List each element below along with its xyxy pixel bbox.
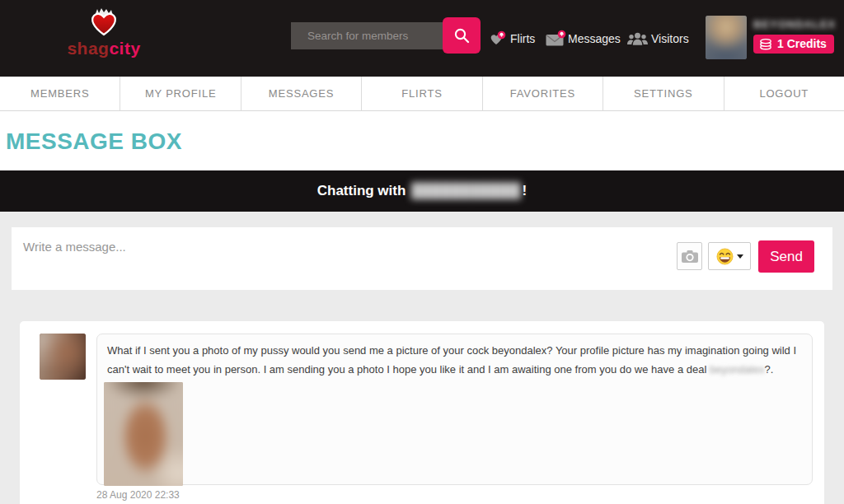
attached-photo-blurred (104, 382, 183, 486)
search-input[interactable] (291, 22, 443, 49)
envelope-bell-icon (546, 30, 565, 46)
message-thread-panel: What if I sent you a photo of my pussy w… (20, 321, 824, 504)
emoji-picker-button[interactable] (708, 242, 751, 270)
sender-avatar[interactable] (40, 334, 86, 380)
nav-item-my-profile[interactable]: MY PROFILE (120, 77, 240, 110)
sender-avatar-blurred-photo (40, 334, 86, 380)
attached-photo[interactable] (104, 382, 183, 486)
page: shagcity Flirts (0, 0, 844, 504)
header-link-messages[interactable]: Messages (546, 0, 621, 77)
chatting-with-bar: Chatting with ███████████! (0, 170, 844, 212)
nav-item-settings[interactable]: SETTINGS (603, 77, 723, 110)
username-redacted: BEYONDALEX (753, 18, 836, 30)
page-title: MESSAGE BOX (6, 128, 182, 155)
attach-photo-button[interactable] (677, 242, 702, 270)
header-link-flirts[interactable]: Flirts (490, 0, 535, 77)
message-bubble: What if I sent you a photo of my pussy w… (96, 334, 813, 485)
site-logo-text: shagcity (64, 39, 143, 58)
message-redacted-name: beyondalex (710, 363, 765, 376)
partner-name-redacted: ███████████ (411, 183, 521, 199)
heart-bell-icon (490, 31, 508, 46)
user-avatar[interactable] (706, 16, 747, 59)
nav-item-messages[interactable]: MESSAGES (241, 77, 361, 110)
send-button[interactable]: Send (758, 240, 814, 273)
chatting-with-prefix: Chatting with (317, 183, 406, 199)
site-logo[interactable]: shagcity (64, 8, 143, 58)
header-link-visitors[interactable]: Visitors (626, 0, 689, 77)
camera-icon (681, 250, 699, 264)
nav-item-favorites[interactable]: FAVORITES (482, 77, 603, 110)
chevron-down-icon (737, 254, 743, 259)
chatting-with-suffix: ! (523, 183, 528, 199)
message-text: What if I sent you a photo of my pussy w… (107, 341, 800, 379)
message-text-before: What if I sent you a photo of my pussy w… (107, 344, 796, 376)
message-text-after: ?. (764, 363, 773, 376)
flaming-heart-icon (87, 8, 121, 38)
nav-item-members[interactable]: MEMBERS (0, 77, 120, 110)
message-input[interactable] (12, 227, 663, 288)
header: shagcity Flirts (0, 0, 844, 77)
nav-item-flirts[interactable]: FLIRTS (361, 77, 481, 110)
message-timestamp: 28 Aug 2020 22:33 (96, 489, 180, 501)
compose-panel: Send (12, 227, 832, 290)
search-button[interactable] (443, 17, 481, 54)
user-avatar-blurred-photo (706, 16, 747, 59)
search-icon (453, 27, 471, 44)
header-link-visitors-label: Visitors (651, 32, 689, 45)
header-link-flirts-label: Flirts (510, 32, 535, 45)
people-icon (626, 31, 649, 46)
credits-label: 1 Credits (777, 37, 827, 50)
header-link-messages-label: Messages (568, 32, 621, 45)
nav-item-logout[interactable]: LOGOUT (724, 77, 844, 110)
main-nav: MEMBERS MY PROFILE MESSAGES FLIRTS FAVOR… (0, 77, 844, 111)
grinning-face-icon (716, 248, 734, 265)
coins-icon (759, 38, 773, 50)
credits-badge[interactable]: 1 Credits (753, 35, 834, 54)
user-meta: BEYONDALEX 1 Credits (753, 18, 836, 54)
